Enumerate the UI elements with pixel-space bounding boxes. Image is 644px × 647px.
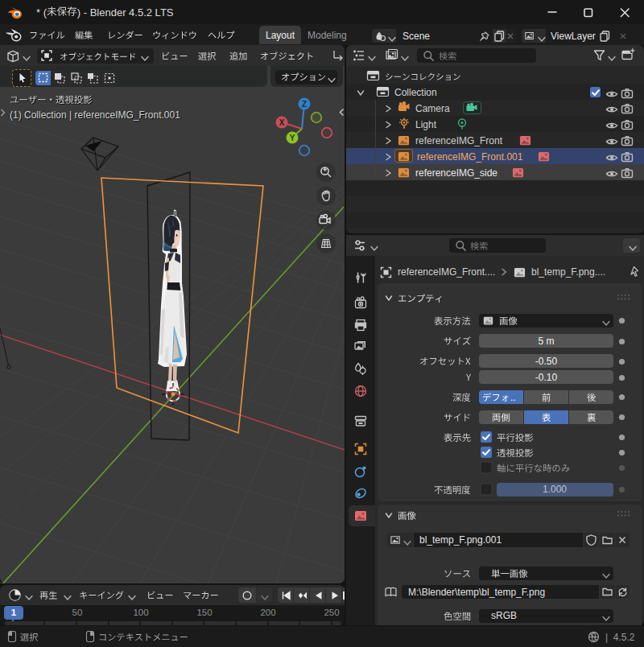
svg-text:Y: Y (290, 134, 295, 142)
svg-text:Z: Z (302, 100, 307, 109)
svg-text:X: X (279, 118, 285, 127)
